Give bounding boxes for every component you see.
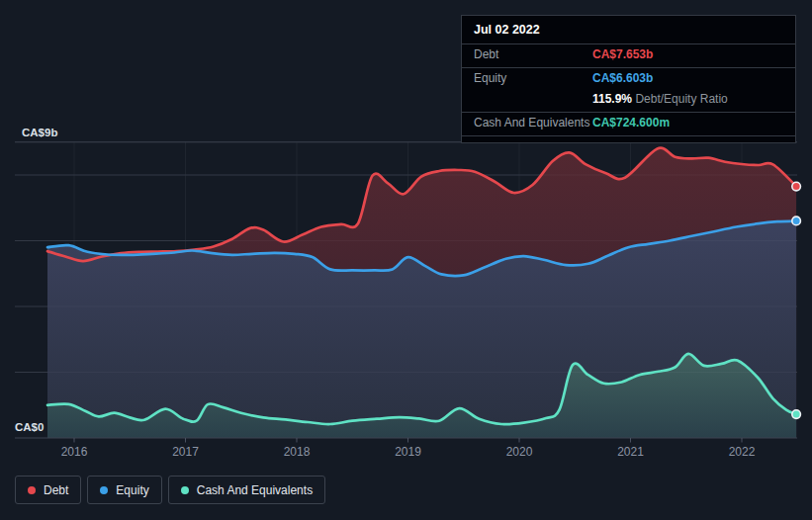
legend-cash-label: Cash And Equivalents: [197, 483, 313, 497]
x-axis-ticks: [74, 438, 742, 443]
tooltip-equity-value: CA$6.603b: [592, 71, 653, 86]
tooltip-equity-label: Equity: [474, 71, 592, 86]
year-label-2016: 2016: [61, 445, 88, 459]
chart-legend: Debt Equity Cash And Equivalents: [15, 476, 325, 504]
year-label-2022: 2022: [729, 445, 756, 459]
tooltip-cash-row: Cash And Equivalents CA$724.600m: [462, 113, 795, 136]
equity-series-dot-icon: [100, 486, 108, 494]
year-label-2018: 2018: [284, 445, 311, 459]
tooltip-debt-label: Debt: [474, 47, 592, 62]
legend-item-debt[interactable]: Debt: [15, 476, 81, 504]
tooltip-debt-value: CA$7.653b: [592, 47, 653, 62]
year-label-2021: 2021: [617, 445, 644, 459]
debt-series-dot-icon: [28, 486, 36, 494]
tooltip-date: Jul 02 2022: [462, 16, 795, 44]
legend-equity-label: Equity: [116, 483, 148, 497]
series-areas: [47, 148, 796, 438]
y-min-label: CA$0: [15, 421, 44, 433]
legend-item-cash[interactable]: Cash And Equivalents: [168, 476, 325, 504]
year-label-2019: 2019: [395, 445, 421, 459]
tooltip-ratio-label: Debt/Equity Ratio: [635, 92, 727, 106]
legend-debt-label: Debt: [44, 483, 68, 497]
legend-item-equity[interactable]: Equity: [87, 476, 161, 504]
x-axis-labels: 2016201720182019202020212022: [61, 445, 756, 459]
year-label-2020: 2020: [506, 445, 533, 459]
y-max-label: CA$9b: [22, 127, 57, 138]
cash-endpoint-marker[interactable]: [792, 410, 801, 419]
tooltip-ratio-value: 115.9%: [592, 92, 632, 106]
debt-endpoint-marker[interactable]: [792, 182, 801, 191]
tooltip-ratio-row: 115.9% Debt/Equity Ratio: [462, 89, 795, 113]
year-label-2017: 2017: [172, 445, 199, 459]
tooltip-cash-label: Cash And Equivalents: [474, 116, 592, 130]
chart-tooltip: Jul 02 2022 Debt CA$7.653b Equity CA$6.6…: [461, 15, 796, 143]
tooltip-debt-row: Debt CA$7.653b: [462, 44, 795, 68]
debt-equity-history-chart: CA$9bCA$02016201720182019202020212022 Ju…: [0, 0, 812, 520]
tooltip-equity-row: Equity CA$6.603b: [462, 68, 795, 89]
cash-series-dot-icon: [181, 486, 189, 494]
tooltip-cash-value: CA$724.600m: [592, 116, 670, 130]
equity-endpoint-marker[interactable]: [792, 217, 801, 225]
